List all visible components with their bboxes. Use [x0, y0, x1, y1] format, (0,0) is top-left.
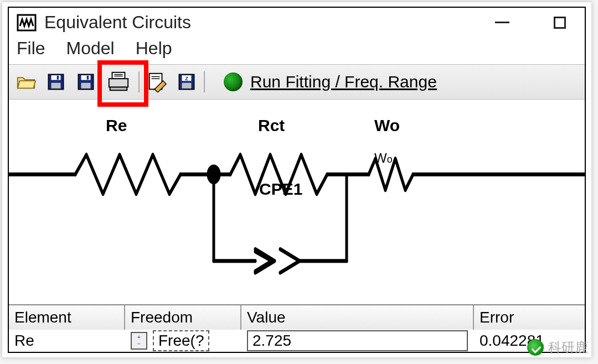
- titlebar: Equivalent Circuits: [9, 8, 585, 35]
- table-row: Re + − Free(? 2.725 0.042281: [9, 330, 585, 352]
- circuit-diagram[interactable]: Re Rct Wo CPE1 Wo: [9, 100, 585, 304]
- svg-rect-20: [182, 83, 192, 89]
- wechat-icon: [527, 339, 544, 356]
- freedom-spin-button[interactable]: + −: [131, 332, 147, 350]
- window-title: Equivalent Circuits: [44, 12, 495, 33]
- run-fitting-button[interactable]: Run Fitting / Freq. Range: [224, 72, 437, 91]
- floppy-z-icon: Z: [177, 72, 196, 91]
- svg-rect-13: [110, 87, 127, 91]
- cell-freedom: + − Free(?: [125, 330, 241, 352]
- component-label-rct: Rct: [258, 116, 285, 135]
- col-header-error[interactable]: Error: [474, 305, 585, 330]
- screenshot-frame: Equivalent Circuits File Model Help: [2, 2, 591, 357]
- menu-help[interactable]: Help: [136, 38, 172, 59]
- svg-rect-2: [51, 75, 61, 80]
- parameters-table-header: Element Freedom Value Error: [9, 304, 585, 330]
- col-header-value[interactable]: Value: [241, 305, 474, 330]
- menubar: File Model Help: [9, 35, 585, 64]
- open-button[interactable]: [13, 69, 39, 95]
- minimize-button[interactable]: [495, 22, 509, 23]
- svg-rect-3: [51, 83, 61, 89]
- save-button-1[interactable]: [43, 69, 69, 95]
- svg-rect-8: [87, 76, 89, 80]
- printer-icon: [107, 70, 130, 93]
- edit-document-icon: [146, 71, 167, 92]
- col-header-freedom[interactable]: Freedom: [125, 305, 241, 330]
- maximize-button[interactable]: [554, 17, 566, 29]
- svg-rect-9: [112, 72, 125, 79]
- svg-rect-7: [81, 83, 91, 89]
- cell-element: Re: [9, 330, 125, 352]
- save-z-button[interactable]: Z: [174, 69, 199, 95]
- toolbar-separator: [204, 71, 205, 92]
- col-header-element[interactable]: Element: [9, 305, 125, 330]
- svg-rect-6: [81, 75, 91, 80]
- watermark: 科研鹿: [527, 339, 588, 356]
- app-icon: [17, 13, 37, 33]
- toolbar: Z Run Fitting / Freq. Range: [9, 64, 585, 100]
- value-input[interactable]: 2.725: [247, 330, 468, 351]
- run-fitting-label: un Fitting / Freq. Range: [262, 72, 437, 91]
- component-label-cpe1: CPE1: [259, 180, 302, 199]
- menu-file[interactable]: File: [17, 38, 45, 59]
- floppy-save-icon: [47, 72, 65, 91]
- folder-open-icon: [16, 71, 37, 92]
- edit-model-button[interactable]: [144, 69, 169, 95]
- watermark-text: 科研鹿: [548, 339, 588, 356]
- floppy-save-icon: [76, 72, 95, 91]
- freedom-value[interactable]: Free(?: [153, 330, 209, 351]
- svg-rect-4: [57, 76, 59, 80]
- menu-model[interactable]: Model: [66, 38, 115, 59]
- warburg-sub-label: Wo: [374, 150, 393, 166]
- component-label-wo: Wo: [374, 116, 400, 135]
- print-button[interactable]: [103, 66, 134, 97]
- toolbar-separator: [138, 71, 140, 92]
- cell-value: 2.725: [241, 330, 474, 352]
- svg-text:Z: Z: [185, 76, 188, 81]
- save-button-2[interactable]: [73, 69, 99, 95]
- svg-rect-12: [109, 79, 128, 87]
- run-status-icon: [224, 72, 243, 91]
- app-window: Equivalent Circuits File Model Help: [8, 7, 586, 353]
- window-controls: [495, 17, 577, 29]
- component-label-re: Re: [106, 116, 127, 135]
